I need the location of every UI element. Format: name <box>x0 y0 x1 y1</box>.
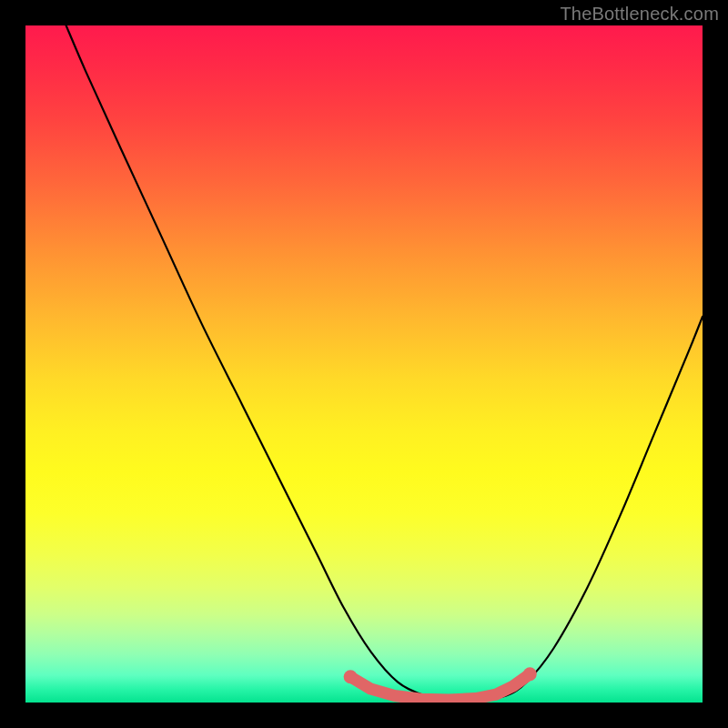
svg-point-1 <box>523 667 537 681</box>
plot-area <box>25 25 703 703</box>
curve-layer <box>25 25 703 703</box>
bottleneck-curve <box>66 25 703 701</box>
optimal-zone-markers <box>344 667 537 700</box>
watermark-text: TheBottleneck.com <box>560 4 719 25</box>
svg-point-0 <box>344 670 358 683</box>
chart-frame: TheBottleneck.com <box>0 0 728 728</box>
